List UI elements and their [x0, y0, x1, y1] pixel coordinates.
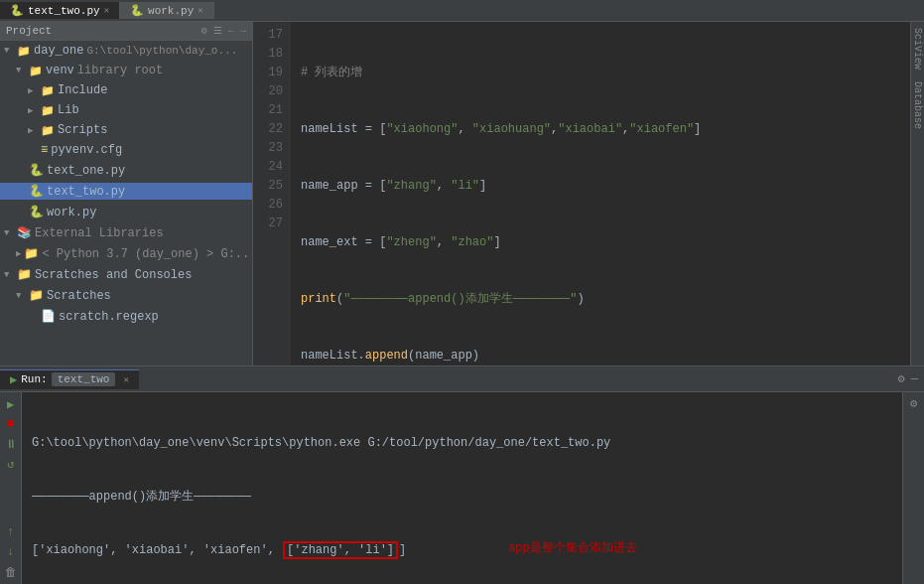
arrow-day-one: ▼ — [4, 46, 14, 56]
line-numbers: 17 18 19 20 21 22 23 24 25 26 27 — [253, 22, 291, 365]
label-scratch-regexp: scratch.regexp — [59, 310, 159, 324]
tree-venv[interactable]: ▼ 📁 venv library root — [0, 61, 252, 80]
code-line-22: nameList.append(name_app) — [301, 347, 910, 365]
file-icon-py: 🐍 — [10, 4, 24, 17]
code-content: 17 18 19 20 21 22 23 24 25 26 27 # 列表的增 … — [253, 22, 910, 365]
code-line-18: nameList = ["xiaohong", "xiaohuang","xia… — [301, 120, 910, 139]
tree-external[interactable]: ▼ 📚 External Libraries — [0, 222, 252, 243]
arrow-python37: ▶ — [16, 248, 21, 259]
label-scratches-consoles: Scratches and Consoles — [35, 268, 192, 282]
extlib-icon: 📚 — [17, 225, 32, 240]
arrow-scripts: ▶ — [28, 125, 38, 136]
label-library: library root — [77, 64, 163, 77]
tree-lib[interactable]: ▶ 📁 Lib — [0, 100, 252, 120]
top-tab-bar: 🐍 text_two.py ✕ 🐍 work.py ✕ — [0, 0, 924, 22]
code-editor[interactable]: 17 18 19 20 21 22 23 24 25 26 27 # 列表的增 … — [253, 22, 910, 365]
main-area: Project ⚙ ☰ ← → ▼ 📁 day_one G:\tool\pyth… — [0, 22, 924, 365]
project-sidebar: Project ⚙ ☰ ← → ▼ 📁 day_one G:\tool\pyth… — [0, 22, 253, 365]
label-work: work.py — [47, 206, 96, 219]
tab-close-text-two[interactable]: ✕ — [104, 5, 109, 16]
tree-scratches[interactable]: ▼ 📁 Scratches — [0, 285, 252, 306]
label-pyvenv: pyvenv.cfg — [51, 143, 122, 157]
scroll-down-button[interactable]: ↓ — [3, 544, 19, 560]
output-settings-icon[interactable]: ⚙ — [910, 396, 917, 411]
play-button[interactable]: ▶ — [3, 396, 19, 412]
label-text-one: text_one.py — [47, 164, 125, 178]
bottom-panel: ▶ Run: text_two ✕ ⚙ — ▶ ■ ⏸ ↺ ↑ ↓ 🗑 G:\t… — [0, 365, 924, 584]
folder-icon-scratches-consoles: 📁 — [17, 267, 32, 282]
folder-icon-day-one: 📁 — [17, 45, 31, 58]
run-tab[interactable]: ▶ Run: text_two ✕ — [0, 369, 139, 389]
output-line-3: ['xiaohong', 'xiaobai', 'xiaofen', ['zha… — [32, 541, 892, 584]
output-line-1: G:\tool\python\day_one\venv\Scripts\pyth… — [32, 434, 892, 452]
label-lib: Lib — [58, 103, 79, 117]
tree-include[interactable]: ▶ 📁 Include — [0, 80, 252, 100]
scroll-up-button[interactable]: ↑ — [3, 524, 19, 540]
folder-icon-include: 📁 — [41, 84, 55, 97]
tree-text-one[interactable]: 🐍 text_one.py — [0, 160, 252, 181]
output-line-2: ————————append()添加学生———————— — [32, 488, 892, 506]
tree-work[interactable]: 🐍 work.py — [0, 202, 252, 222]
sidebar-header: Project ⚙ ☰ ← → — [0, 22, 252, 41]
python-icon: 📁 — [24, 246, 39, 261]
tree-day-one[interactable]: ▼ 📁 day_one G:\tool\python\day_o... — [0, 41, 252, 61]
bottom-right-controls: ⚙ — [902, 392, 924, 584]
code-line-17: # 列表的增 — [301, 64, 910, 82]
run-file-label: text_two — [52, 372, 116, 386]
code-lines[interactable]: # 列表的增 nameList = ["xiaohong", "xiaohuan… — [291, 22, 910, 365]
file-icon-scratch: 📄 — [41, 309, 56, 324]
tab-close-work[interactable]: ✕ — [198, 5, 202, 16]
tree-text-two[interactable]: 🐍 text_two.py — [0, 181, 252, 202]
label-venv: venv — [46, 64, 74, 77]
run-controls: ▶ ■ ⏸ ↺ ↑ ↓ 🗑 — [0, 392, 22, 584]
run-output: G:\tool\python\day_one\venv\Scripts\pyth… — [22, 392, 902, 584]
note-append: app是整个集合添加进去 — [508, 539, 637, 557]
pyfile-icon-work: 🐍 — [29, 205, 44, 219]
arrow-scratches-consoles: ▼ — [4, 270, 14, 280]
arrow-lib: ▶ — [28, 105, 38, 116]
stop-button[interactable]: ■ — [3, 416, 19, 432]
minimize-icon[interactable]: — — [911, 372, 918, 386]
label-external: External Libraries — [35, 226, 164, 240]
tree-scripts[interactable]: ▶ 📁 Scripts — [0, 120, 252, 140]
label-scripts: Scripts — [58, 123, 107, 137]
run-icon: ▶ — [10, 372, 17, 387]
code-line-20: name_ext = ["zheng", "zhao"] — [301, 233, 910, 252]
bottom-content: ▶ ■ ⏸ ↺ ↑ ↓ 🗑 G:\tool\python\day_one\ven… — [0, 392, 924, 584]
clear-button[interactable]: 🗑 — [3, 564, 19, 580]
pyfile-icon-text-two: 🐍 — [29, 184, 44, 199]
label-text-two: text_two.py — [47, 185, 125, 199]
tree-pyvenv[interactable]: ≡ pyvenv.cfg — [0, 140, 252, 160]
bottom-tab-bar: ▶ Run: text_two ✕ ⚙ — — [0, 366, 924, 392]
settings-icon[interactable]: ⚙ — [898, 371, 905, 386]
tab-work[interactable]: 🐍 work.py ✕ — [120, 2, 214, 19]
database-tab[interactable]: Database — [911, 75, 924, 135]
folder-icon-scratches: 📁 — [29, 288, 44, 303]
arrow-external: ▼ — [4, 228, 14, 238]
arrow-scratches: ▼ — [16, 291, 26, 301]
folder-icon-scripts: 📁 — [41, 124, 55, 137]
tree-scratch-regexp[interactable]: 📄 scratch.regexp — [0, 306, 252, 327]
sidebar-icons: ⚙ ☰ ← → — [201, 25, 246, 37]
pyfile-icon-text-one: 🐍 — [29, 163, 44, 178]
project-label: Project — [6, 25, 52, 37]
sciview-tab[interactable]: SciView — [911, 22, 924, 75]
label-python37: < Python 3.7 (day_one) > G:... — [42, 247, 253, 261]
tree-scratches-consoles[interactable]: ▼ 📁 Scratches and Consoles — [0, 264, 252, 285]
run-label: Run: — [21, 373, 47, 385]
run-tab-close[interactable]: ✕ — [123, 374, 128, 385]
folder-icon-venv: 📁 — [29, 65, 43, 77]
arrow-include: ▶ — [28, 85, 38, 96]
label-scratches: Scratches — [47, 289, 111, 303]
tab-text-two[interactable]: 🐍 text_two.py ✕ — [0, 2, 120, 19]
label-day-one: day_one — [34, 44, 83, 58]
code-line-19: name_app = ["zhang", "li"] — [301, 177, 910, 196]
label-include: Include — [58, 83, 107, 97]
pause-button[interactable]: ⏸ — [3, 436, 19, 452]
arrow-venv: ▼ — [16, 66, 26, 75]
rerun-button[interactable]: ↺ — [3, 456, 19, 472]
tree-python37[interactable]: ▶ 📁 < Python 3.7 (day_one) > G:... — [0, 243, 252, 264]
cfg-icon: ≡ — [41, 143, 48, 157]
file-icon-work: 🐍 — [130, 4, 144, 17]
label-day-one-path: G:\tool\python\day_o... — [86, 45, 237, 57]
